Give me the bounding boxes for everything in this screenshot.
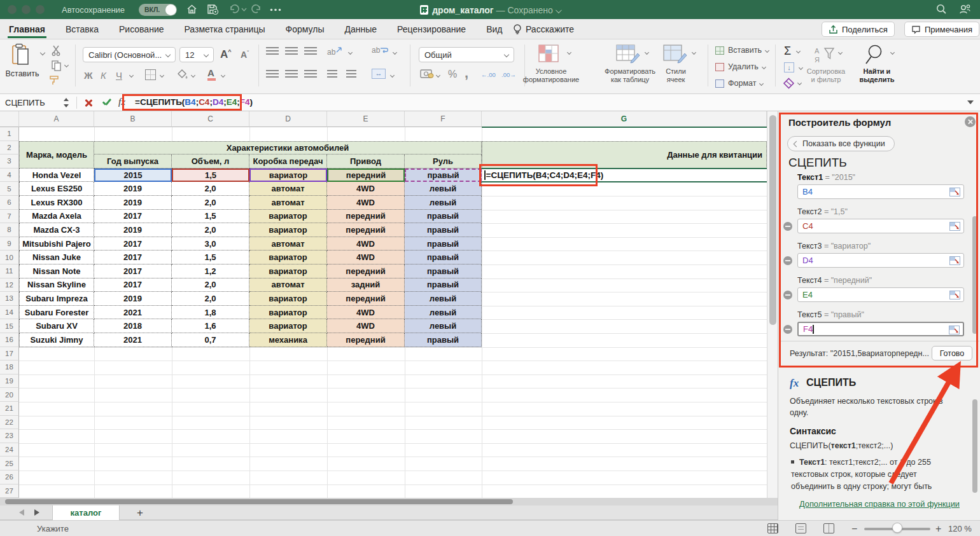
horizontal-scrollbar[interactable] bbox=[0, 498, 778, 505]
cancel-entry-button[interactable] bbox=[84, 99, 92, 107]
cell-D5[interactable]: автомат bbox=[249, 182, 327, 196]
cell-D9[interactable]: автомат bbox=[249, 237, 327, 251]
cell-D11[interactable]: вариатор bbox=[249, 265, 327, 278]
cell-F8[interactable]: правый bbox=[405, 223, 482, 237]
cell-A6[interactable]: Lexus RX300 bbox=[19, 196, 94, 210]
cell-B8[interactable]: 2019 bbox=[94, 223, 172, 237]
cell-C9[interactable]: 3,0 bbox=[172, 237, 249, 251]
vertical-scrollbar[interactable] bbox=[767, 111, 778, 498]
cell-E16[interactable]: передний bbox=[327, 333, 405, 347]
cell-A8[interactable]: Mazda CX-3 bbox=[19, 223, 94, 237]
tab-Разметка страницы[interactable]: Разметка страницы bbox=[183, 20, 267, 38]
cell-F10[interactable]: правый bbox=[405, 251, 482, 265]
cell-C6[interactable]: 2,0 bbox=[172, 196, 249, 210]
align-right-icon[interactable] bbox=[304, 70, 317, 79]
zoom-out-button[interactable]: − bbox=[851, 523, 857, 535]
cell-E6[interactable]: 4WD bbox=[327, 196, 405, 210]
cell-E10[interactable]: 4WD bbox=[327, 251, 405, 265]
cell-D14[interactable]: вариатор bbox=[249, 306, 327, 320]
percent-style-button[interactable]: % bbox=[448, 69, 457, 80]
sheet-tab-katalog[interactable]: каталог bbox=[52, 505, 120, 520]
clear-icon[interactable] bbox=[783, 78, 795, 92]
cell-A16[interactable]: Suzuki Jimny bbox=[19, 333, 94, 347]
orientation-icon[interactable]: ab bbox=[327, 46, 343, 57]
cell-D15[interactable]: вариатор bbox=[249, 319, 327, 333]
cell-D16[interactable]: механика bbox=[249, 333, 327, 347]
borders-icon[interactable] bbox=[145, 69, 156, 80]
tab-Рецензирование[interactable]: Рецензирование bbox=[396, 20, 467, 38]
cell-E15[interactable]: 4WD bbox=[327, 319, 405, 333]
cell-C15[interactable]: 1,6 bbox=[172, 319, 249, 333]
wrap-text-chevron-icon[interactable] bbox=[393, 50, 397, 55]
font-color-chevron-icon[interactable] bbox=[221, 73, 225, 78]
fill-color-chevron-icon[interactable] bbox=[191, 73, 195, 78]
cell-C14[interactable]: 1,8 bbox=[172, 306, 249, 320]
cell-E5[interactable]: 4WD bbox=[327, 182, 405, 196]
cell-E12[interactable]: задний bbox=[327, 278, 405, 292]
cell-G4-formula[interactable]: =СЦЕПИТЬ(B4;C4;D4;E4;F4) bbox=[482, 169, 766, 182]
next-sheet-icon[interactable] bbox=[34, 509, 39, 516]
cell-F15[interactable]: левый bbox=[405, 319, 482, 333]
cell-B12[interactable]: 2017 bbox=[94, 278, 172, 292]
cell-E7[interactable]: передний bbox=[327, 210, 405, 224]
format-cells-button[interactable]: Формат bbox=[715, 79, 763, 88]
close-panel-icon[interactable] bbox=[965, 116, 976, 127]
insert-function-button[interactable]: fx bbox=[118, 97, 125, 107]
cell-styles-icon[interactable] bbox=[663, 45, 689, 65]
copy-chevron-icon[interactable] bbox=[64, 63, 69, 67]
cell-E3-subheader[interactable]: Привод bbox=[327, 155, 405, 168]
remove-arg-Текст4-button[interactable] bbox=[783, 291, 792, 299]
format-as-table-chevron-icon[interactable] bbox=[645, 50, 649, 55]
remove-arg-Текст2-button[interactable] bbox=[783, 222, 792, 231]
cell-F9[interactable]: правый bbox=[405, 237, 482, 251]
tab-Данные[interactable]: Данные bbox=[343, 20, 378, 38]
find-select-label[interactable]: Найти ивыделить bbox=[854, 67, 900, 84]
zoom-in-button[interactable]: + bbox=[935, 523, 941, 535]
ref-picker-icon[interactable] bbox=[949, 326, 960, 334]
cell-B13[interactable]: 2019 bbox=[94, 292, 172, 306]
cell-E9[interactable]: 4WD bbox=[327, 237, 405, 251]
confirm-entry-button[interactable] bbox=[102, 98, 112, 107]
cell-B10[interactable]: 2017 bbox=[94, 251, 172, 265]
cell-D13[interactable]: вариатор bbox=[249, 292, 327, 306]
horizontal-scrollbar-thumb[interactable] bbox=[5, 499, 513, 504]
format-painter-icon[interactable] bbox=[48, 74, 61, 88]
cell-F11[interactable]: правый bbox=[405, 265, 482, 278]
cell-C10[interactable]: 1,5 bbox=[172, 251, 249, 265]
cell-C8[interactable]: 2,0 bbox=[172, 223, 249, 237]
page-break-view-icon[interactable] bbox=[823, 523, 834, 533]
font-name-combo[interactable]: Calibri (Основной... bbox=[83, 47, 176, 62]
align-center-icon[interactable] bbox=[285, 70, 298, 79]
tell-me-tab[interactable]: Расскажите bbox=[513, 19, 574, 39]
align-middle-icon[interactable] bbox=[285, 47, 298, 56]
underline-button[interactable]: Ч bbox=[116, 70, 122, 81]
cell-A15[interactable]: Subaru XV bbox=[19, 319, 94, 333]
cell-E13[interactable]: передний bbox=[327, 292, 405, 306]
more-help-link[interactable]: Дополнительная справка по этой функции bbox=[778, 499, 980, 509]
cell-D3-subheader[interactable]: Коробка передач bbox=[249, 155, 327, 168]
autosum-button[interactable]: Σ bbox=[784, 45, 791, 58]
autosum-chevron-icon[interactable] bbox=[796, 49, 801, 53]
cell-A10[interactable]: Nissan Juke bbox=[19, 251, 94, 265]
remove-arg-Текст5-button[interactable] bbox=[783, 325, 792, 334]
copy-icon[interactable] bbox=[51, 60, 62, 73]
ref-picker-icon[interactable] bbox=[949, 188, 960, 196]
cell-F5[interactable]: левый bbox=[405, 182, 482, 196]
merge-cells-icon[interactable]: ↔ bbox=[372, 69, 386, 79]
expand-formula-bar-icon[interactable] bbox=[967, 100, 974, 104]
cell-B9[interactable]: 2017 bbox=[94, 237, 172, 251]
grow-font-button[interactable]: A^ bbox=[220, 48, 232, 61]
cell-F6[interactable]: левый bbox=[405, 196, 482, 210]
cell-C13[interactable]: 2,0 bbox=[172, 292, 249, 306]
paste-chevron-icon[interactable] bbox=[40, 50, 45, 55]
find-select-icon[interactable] bbox=[864, 43, 887, 68]
fill-color-icon[interactable] bbox=[177, 69, 189, 83]
title-chevron-icon[interactable] bbox=[556, 7, 562, 13]
tab-Рисование[interactable]: Рисование bbox=[118, 20, 165, 38]
align-bottom-icon[interactable] bbox=[304, 47, 317, 56]
cell-C11[interactable]: 1,2 bbox=[172, 265, 249, 278]
prev-sheet-icon[interactable] bbox=[19, 509, 24, 516]
share-button[interactable]: Поделиться bbox=[822, 22, 895, 37]
cell-F13[interactable]: левый bbox=[405, 292, 482, 306]
align-left-icon[interactable] bbox=[266, 70, 279, 79]
